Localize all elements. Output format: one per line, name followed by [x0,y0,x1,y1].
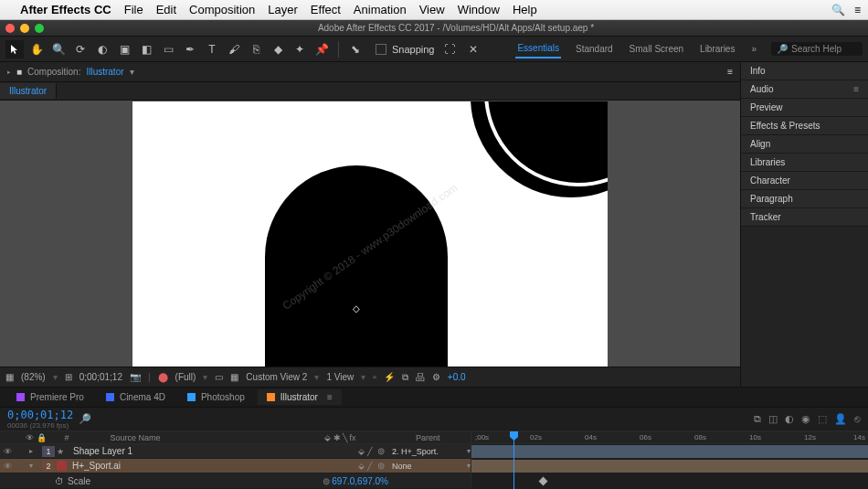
source-name-col[interactable]: Source Name [111,433,306,442]
comp-tab-illustrator[interactable]: Illustrator [0,83,57,99]
visibility-icon[interactable]: 👁 [4,462,15,471]
track-2[interactable] [471,459,868,473]
panel-paragraph[interactable]: Paragraph [741,190,868,208]
track-keyframes[interactable] [471,473,868,488]
keyframe-icon[interactable] [539,477,548,486]
time-ruler[interactable]: ;00s 02s 04s 06s 08s 10s 12s 14s [471,431,868,444]
layer-row-2[interactable]: 👁 ▾ 2 H+_Sport.ai ⬙ ╱ ⊚ None ▾ [0,459,471,473]
search-menu-icon[interactable]: 🔍 [831,4,845,16]
menu-effect[interactable]: Effect [311,3,341,16]
graph-editor-icon[interactable]: ⬚ [818,413,827,425]
comp-flowchart-icon[interactable]: 品 [416,371,425,384]
composition-viewer[interactable]: Copyright © 2018 - www.p30download.com C… [0,101,740,367]
exposure-value[interactable]: +0.0 [448,372,466,382]
menu-composition[interactable]: Composition [189,3,255,16]
panel-character[interactable]: Character [741,172,868,190]
search-help-box[interactable]: 🔎 Search Help [771,42,863,56]
workspace-essentials[interactable]: Essentials [515,39,561,58]
layer-bar[interactable] [471,460,868,473]
panel-preview[interactable]: Preview [741,99,868,117]
tab-photoshop[interactable]: Photoshop [178,389,254,405]
snapping-checkbox[interactable] [376,44,386,55]
scale-property-row[interactable]: ⏱ Scale ⊚ 697.0,697.0% [0,473,471,488]
local-axis-icon[interactable]: ⬊ [346,40,365,58]
minimize-window-button[interactable] [20,24,29,33]
workspace-libraries[interactable]: Libraries [698,40,736,58]
menu-view[interactable]: View [419,3,445,16]
camera-tool[interactable]: ▣ [115,40,133,58]
menu-layer[interactable]: Layer [268,3,298,16]
twirl-icon[interactable]: ▾ [29,462,40,470]
menu-edit[interactable]: Edit [156,3,176,16]
pixel-aspect-icon[interactable]: ▫ [373,372,376,382]
workspace-overflow-icon[interactable]: » [749,40,758,58]
app-name[interactable]: After Effects CC [20,3,111,16]
parent-dropdown[interactable]: 2. H+_Sport. [392,447,465,456]
tab-premiere-pro[interactable]: Premiere Pro [7,389,93,405]
menu-help[interactable]: Help [513,3,537,16]
current-time[interactable]: 0;00;01;12 [7,409,73,421]
timeline-icon[interactable]: ⧉ [402,372,408,383]
comp-dropdown-icon[interactable]: ▾ [130,67,134,77]
clone-tool[interactable]: ⎘ [247,40,265,58]
timecode-display[interactable]: 0;00;01;12 [79,372,122,382]
type-tool[interactable]: T [203,40,221,58]
rotation-tool[interactable]: ◐ [93,40,111,58]
fast-previews-icon[interactable]: ⚡ [384,372,395,382]
hand-tool[interactable]: ✋ [27,40,46,58]
panel-menu-icon[interactable]: ≡ [327,392,333,402]
workspace-standard[interactable]: Standard [574,40,615,58]
layer-name[interactable]: Shape Layer 1 [69,446,328,456]
snapshot-icon[interactable]: 📷 [130,372,141,382]
stopwatch-icon[interactable]: ⏱ [55,476,64,486]
panel-tracker[interactable]: Tracker [741,208,868,227]
brush-tool[interactable]: 🖌 [225,40,243,58]
timeline-search-icon[interactable]: 🔎 [79,413,91,425]
parent-pickwhip-icon[interactable]: ⊚ [377,461,390,471]
playhead[interactable] [513,431,514,489]
motion-blur-icon[interactable]: ◉ [801,413,810,425]
layer-bar[interactable] [471,445,868,458]
shy-icon[interactable]: 👤 [834,413,847,425]
roi-icon[interactable]: ▭ [215,372,223,382]
panel-menu-icon[interactable]: ≡ [727,67,733,77]
magnification-icon[interactable]: ▦ [5,372,14,382]
workspace-small-screen[interactable]: Small Screen [628,40,685,58]
layer-name[interactable]: H+_Sport.ai [69,461,328,471]
eraser-tool[interactable]: ◆ [269,40,287,58]
panel-audio[interactable]: Audio≡ [741,80,868,99]
tab-cinema-4d[interactable]: Cinema 4D [97,389,175,405]
switches-cell[interactable]: ⬙ ╱ [330,447,376,456]
timeline-tracks[interactable]: ;00s 02s 04s 06s 08s 10s 12s 14s [471,431,868,489]
view-layout-dropdown[interactable]: Custom View 2 [246,372,307,382]
snap-align-icon[interactable]: ✕ [464,40,482,58]
comp-mini-button[interactable]: ⧉ [754,413,761,425]
comp-mini-flowchart-icon[interactable]: ■ [16,67,22,77]
scale-value[interactable]: ⊚ 697.0,697.0% [323,476,471,486]
snap-options-icon[interactable]: ⛶ [440,40,459,58]
transparency-grid-icon[interactable]: ▦ [230,372,238,382]
layer-row-1[interactable]: 👁 ▸ 1 ★ Shape Layer 1 ⬙ ╱ ⊚ 2. H+_Sport.… [0,444,471,459]
menu-file[interactable]: File [124,3,143,16]
orbit-tool[interactable]: ⟳ [71,40,90,58]
tab-illustrator[interactable]: Illustrator≡ [258,389,342,405]
draft-3d-icon[interactable]: ◫ [768,413,778,425]
parent-dropdown[interactable]: None [392,462,465,471]
zoom-tool[interactable]: 🔍 [49,40,68,58]
channel-icon[interactable]: ⬤ [158,372,168,382]
panel-libraries[interactable]: Libraries [741,154,868,172]
zoom-level[interactable]: (82%) [21,372,46,382]
close-window-button[interactable] [5,24,15,33]
resolution-dropdown[interactable]: (Full) [175,372,196,382]
puppet-tool[interactable]: 📌 [312,40,331,58]
menu-window[interactable]: Window [458,3,500,16]
track-1[interactable] [471,444,868,459]
visibility-icon[interactable]: 👁 [4,447,15,456]
pen-tool[interactable]: ✒ [181,40,199,58]
menu-animation[interactable]: Animation [354,3,407,16]
switches-cell[interactable]: ⬙ ╱ [330,462,376,471]
twirl-icon[interactable]: ▸ [29,447,40,455]
pan-behind-tool[interactable]: ◧ [137,40,155,58]
panel-menu-icon[interactable]: ≡ [853,84,859,94]
fullscreen-window-button[interactable] [35,24,44,33]
